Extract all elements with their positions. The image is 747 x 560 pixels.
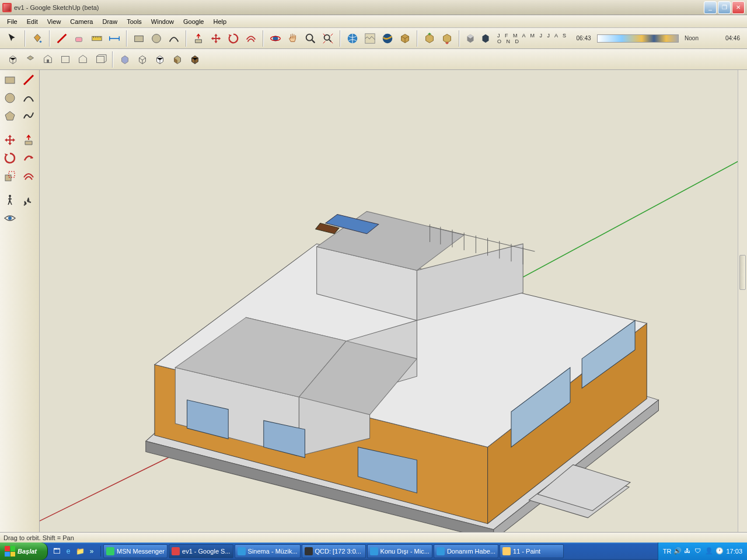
vertical-scrollbar[interactable]: [738, 70, 747, 532]
close-button[interactable]: ✕: [732, 1, 745, 14]
task-sketchup[interactable]: ev1 - Google S...: [169, 544, 233, 558]
rotate-tool-side[interactable]: [1, 149, 19, 167]
svg-rect-15: [5, 77, 15, 83]
position-camera-tool[interactable]: [20, 191, 37, 209]
dimension-tool[interactable]: [106, 30, 123, 47]
eraser-tool[interactable]: [71, 30, 88, 47]
tray-volume-icon[interactable]: 🔊: [673, 547, 682, 555]
place-model-tool[interactable]: [397, 30, 413, 47]
circle-tool-side[interactable]: [1, 89, 19, 107]
share-model-tool[interactable]: [439, 30, 455, 47]
rectangle-tool-side[interactable]: [1, 71, 19, 89]
tray-network-icon[interactable]: 🖧: [684, 547, 692, 555]
front-view[interactable]: [40, 51, 56, 68]
pushpull-tool-side[interactable]: [20, 131, 37, 149]
arc-tool[interactable]: [166, 30, 182, 47]
menubar: File Edit View Camera Draw Tools Window …: [0, 15, 747, 28]
back-view[interactable]: [75, 51, 91, 68]
menu-google[interactable]: Google: [179, 16, 208, 27]
rectangle-tool[interactable]: [131, 30, 147, 47]
followme-tool-side[interactable]: [20, 149, 37, 167]
left-view[interactable]: [92, 51, 109, 68]
ie-icon-2: [370, 547, 378, 555]
task-konu[interactable]: Konu Dışı - Mic...: [367, 544, 432, 558]
get-models-tool[interactable]: [421, 30, 438, 47]
svg-point-20: [25, 202, 26, 204]
svg-rect-1: [76, 37, 82, 41]
viewport[interactable]: Home: [40, 70, 747, 532]
scale-tool-side[interactable]: [1, 167, 19, 185]
task-msn[interactable]: MSN Messenger: [103, 544, 167, 558]
top-view[interactable]: [22, 51, 39, 68]
noon-label: Noon: [685, 35, 699, 41]
minimize-button[interactable]: _: [704, 1, 717, 14]
maximize-button[interactable]: ❐: [718, 1, 731, 14]
menu-view[interactable]: View: [43, 16, 66, 27]
start-button[interactable]: Başlat: [0, 542, 48, 560]
tray-clock[interactable]: 17:03: [726, 548, 742, 555]
task-qcd[interactable]: QCD: [172 3:0...: [302, 544, 366, 558]
shaded-textures-style[interactable]: [187, 51, 203, 68]
move-tool[interactable]: [208, 30, 224, 47]
shadow-settings[interactable]: [479, 30, 493, 47]
task-paint[interactable]: 11 - Paint: [500, 544, 564, 558]
svg-point-19: [9, 195, 11, 197]
task-sinema[interactable]: Sinema - Müzik...: [235, 544, 301, 558]
ql-explorer-icon[interactable]: 📁: [75, 546, 85, 556]
zoom-tool[interactable]: [302, 30, 319, 47]
select-tool[interactable]: [5, 30, 21, 47]
menu-tools[interactable]: Tools: [122, 16, 146, 27]
zoom-extents-tool[interactable]: [320, 30, 336, 47]
svg-rect-3: [135, 36, 144, 41]
line-tool-side[interactable]: [20, 71, 37, 89]
left-toolbar: [0, 70, 40, 532]
freehand-tool-side[interactable]: [20, 107, 37, 125]
menu-draw[interactable]: Draw: [97, 16, 122, 27]
ql-more-icon[interactable]: »: [86, 546, 97, 556]
tray-msn-icon[interactable]: 👤: [705, 547, 713, 555]
menu-camera[interactable]: Camera: [65, 16, 97, 27]
menu-help[interactable]: Help: [208, 16, 231, 27]
paint-bucket-tool[interactable]: [29, 30, 46, 47]
ql-show-desktop-icon[interactable]: 🗔: [51, 546, 62, 556]
sunset-time: 04:46: [725, 35, 740, 41]
move-tool-side[interactable]: [1, 131, 19, 149]
ql-ie-icon[interactable]: e: [63, 546, 74, 556]
offset-tool-side[interactable]: [20, 167, 37, 185]
menu-edit[interactable]: Edit: [22, 16, 43, 27]
tray-shield-icon[interactable]: 🛡: [694, 547, 703, 555]
iso-view[interactable]: [5, 51, 21, 68]
line-tool[interactable]: [54, 30, 70, 47]
right-view[interactable]: [57, 51, 74, 68]
offset-tool[interactable]: [243, 30, 259, 47]
pan-tool[interactable]: [285, 30, 301, 47]
task-donanim[interactable]: Donanım Habe...: [434, 544, 498, 558]
toggle-terrain-tool[interactable]: [362, 30, 378, 47]
xray-style[interactable]: [117, 51, 133, 68]
svg-point-7: [306, 34, 313, 40]
tray-clock-icon[interactable]: 🕐: [715, 547, 724, 555]
system-tray[interactable]: TR 🔊 🖧 🛡 👤 🕐 17:03: [658, 542, 747, 560]
hidden-line-style[interactable]: [152, 51, 168, 68]
menu-window[interactable]: Window: [146, 16, 179, 27]
arc-tool-side[interactable]: [20, 89, 37, 107]
rotate-tool[interactable]: [225, 30, 242, 47]
time-slider[interactable]: [597, 34, 679, 43]
get-location-tool[interactable]: [344, 30, 361, 47]
push-pull-tool[interactable]: [190, 30, 207, 47]
circle-tool[interactable]: [148, 30, 165, 47]
wireframe-style[interactable]: [134, 51, 151, 68]
shadow-toggle[interactable]: [463, 30, 477, 47]
walk-tool[interactable]: [1, 191, 19, 209]
polygon-tool-side[interactable]: [1, 107, 19, 125]
menu-file[interactable]: File: [2, 16, 22, 27]
tray-lang[interactable]: TR: [663, 548, 672, 555]
scrollbar-thumb[interactable]: [739, 255, 746, 290]
look-around-tool[interactable]: [1, 209, 19, 227]
statusbar: Drag to orbit. Shift = Pan: [0, 532, 747, 542]
svg-rect-14: [97, 56, 104, 62]
orbit-tool[interactable]: [267, 30, 284, 47]
preview-google-earth-tool[interactable]: [379, 30, 396, 47]
tape-measure-tool[interactable]: [89, 30, 105, 47]
shaded-style[interactable]: [169, 51, 186, 68]
